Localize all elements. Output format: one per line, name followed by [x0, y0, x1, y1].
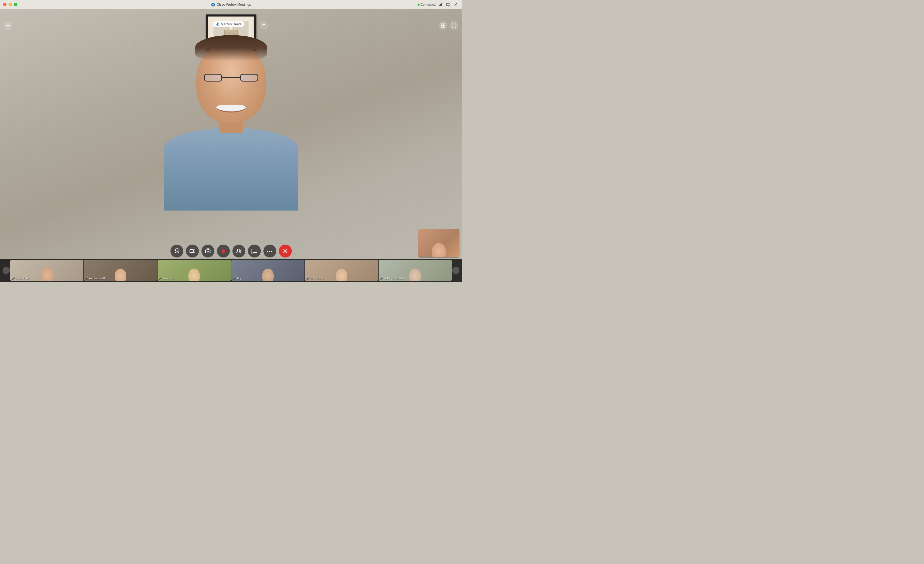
participants-icon	[236, 249, 242, 253]
video-button[interactable]	[186, 245, 199, 257]
video-icon	[189, 249, 195, 253]
thumb-name-6: 🎤 Anthony Mansfield	[380, 277, 403, 280]
connection-label: Connected	[421, 3, 436, 6]
layout-button[interactable]	[439, 21, 447, 30]
svg-rect-18	[443, 24, 445, 25]
participant-thumb-2[interactable]: 🎤 Barbara Caudill	[84, 260, 157, 281]
glasses-right	[240, 74, 258, 82]
person-hair	[195, 35, 267, 61]
pin-icon	[262, 24, 266, 27]
participant-thumb-5[interactable]: 🎤 Robyn Brown	[305, 260, 378, 281]
svg-text:W: W	[212, 4, 214, 6]
thumb-name-3: 🎤 Janet Hurn	[159, 277, 174, 280]
glasses-left	[204, 74, 222, 82]
screen-share-icon[interactable]	[446, 2, 451, 7]
thumb-muted-icon-3: 🎤	[159, 277, 162, 280]
meeting-controls: ···	[171, 245, 292, 257]
microphone-icon	[216, 22, 219, 26]
share-icon	[205, 248, 210, 254]
svg-rect-21	[176, 248, 178, 252]
record-button[interactable]	[217, 245, 230, 257]
thumb-mic-icon-5: 🎤	[306, 277, 309, 280]
thumb-name-2: 🎤 Barbara Caudill	[86, 277, 105, 280]
participant-thumb-6[interactable]: 🎤 Anthony Mansfield	[379, 260, 452, 281]
chat-icon	[252, 248, 257, 254]
minimize-button[interactable]	[9, 3, 12, 6]
participants-button[interactable]	[232, 245, 245, 257]
thumb-person-2	[115, 269, 126, 281]
fullscreen-icon	[452, 24, 456, 28]
thumb-name-5: 🎤 Robyn Brown	[306, 277, 324, 280]
pip-window[interactable]	[418, 229, 459, 257]
connection-status: Connected	[418, 3, 436, 6]
svg-rect-2	[439, 5, 440, 6]
participant-thumb-4[interactable]: 🎤 riedyt	[231, 260, 304, 281]
record-dot	[222, 249, 225, 253]
glasses-bridge	[222, 77, 240, 78]
svg-point-27	[240, 249, 241, 251]
maximize-button[interactable]	[14, 3, 17, 6]
svg-point-26	[237, 249, 239, 251]
participant-thumb-3[interactable]: 🎤 Janet Hurn	[158, 260, 231, 281]
svg-rect-24	[190, 250, 194, 253]
end-call-button[interactable]	[279, 245, 292, 257]
fullscreen-button[interactable]	[450, 21, 458, 30]
settings-button[interactable]	[4, 21, 12, 30]
layout-icon	[441, 24, 445, 28]
strip-next-button[interactable]: ›	[452, 267, 459, 274]
thumb-person-1	[40, 267, 54, 281]
close-button[interactable]	[3, 3, 6, 6]
thumb-person-6	[410, 269, 421, 281]
pip-person	[418, 229, 459, 257]
svg-rect-17	[441, 24, 443, 25]
speaker-name: Marcus Reed	[221, 22, 241, 26]
svg-rect-5	[447, 3, 450, 6]
svg-rect-3	[440, 4, 441, 6]
svg-rect-19	[441, 26, 443, 27]
svg-point-16	[8, 25, 9, 26]
thumb-person-4	[262, 269, 274, 281]
connection-dot	[418, 4, 420, 6]
person-body	[164, 128, 298, 211]
svg-rect-20	[443, 26, 445, 27]
speaker-video	[154, 35, 309, 211]
participants-strip: ‹ 🎤 Marcus Reed 🎤 Barbara Caudill	[0, 259, 462, 282]
top-right-controls	[439, 21, 458, 30]
settings-icon	[6, 24, 10, 28]
webex-logo-icon: W	[211, 3, 215, 7]
end-call-icon	[283, 249, 287, 253]
mute-button[interactable]	[171, 245, 183, 257]
thumb-muted-icon-2: 🎤	[86, 277, 88, 280]
pin-button[interactable]	[260, 21, 268, 29]
mute-icon	[174, 248, 180, 254]
thumb-name-4: 🎤 riedyt	[233, 277, 242, 280]
pip-video	[418, 229, 459, 257]
thumb-mic-icon-4: 🎤	[233, 277, 236, 280]
svg-rect-4	[441, 3, 442, 6]
thumb-person-5	[336, 269, 347, 281]
speaker-label: Marcus Reed	[213, 21, 244, 27]
more-icon: ···	[267, 248, 273, 254]
thumb-person-3	[188, 269, 200, 281]
main-video-area: AWARD	[0, 9, 462, 282]
thumb-muted-icon-6: 🎤	[380, 277, 383, 280]
title-bar-center: W Cisco Webex Meetings	[211, 3, 251, 7]
title-bar: W Cisco Webex Meetings Connected	[0, 0, 462, 9]
more-button[interactable]: ···	[263, 245, 276, 257]
pip-person-head	[432, 243, 446, 257]
chat-button[interactable]	[248, 245, 261, 257]
network-icon[interactable]	[438, 2, 443, 7]
thumb-name-1: 🎤 Marcus Reed	[12, 277, 30, 280]
thumb-mic-icon-1: 🎤	[12, 277, 15, 280]
strip-prev-button[interactable]: ‹	[3, 267, 10, 274]
app-title: Cisco Webex Meetings	[217, 3, 251, 6]
person-smile	[216, 100, 247, 112]
share-button[interactable]	[201, 245, 214, 257]
svg-text:AWARD: AWARD	[227, 33, 235, 35]
title-bar-right: Connected	[418, 2, 459, 7]
video-background: AWARD	[0, 9, 462, 282]
traffic-lights	[3, 3, 17, 6]
svg-rect-13	[217, 22, 219, 25]
participant-thumb-1[interactable]: 🎤 Marcus Reed	[10, 260, 83, 281]
edit-icon[interactable]	[453, 2, 459, 7]
